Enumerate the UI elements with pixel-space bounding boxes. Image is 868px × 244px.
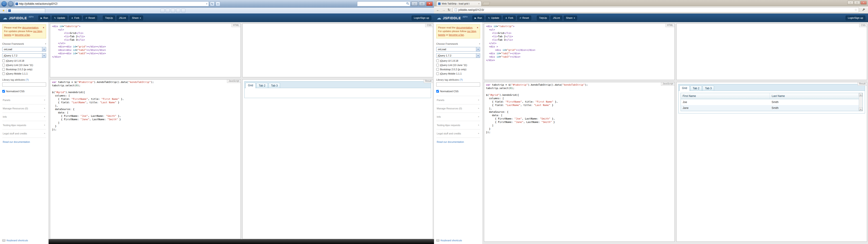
new-tab-button[interactable] bbox=[483, 2, 490, 5]
update-button[interactable]: ↻Update bbox=[486, 16, 501, 20]
jslint-button[interactable]: JSLint bbox=[551, 16, 562, 20]
favorites-star-icon[interactable]: ★ bbox=[2, 9, 5, 12]
home-icon[interactable] bbox=[160, 9, 164, 12]
search-input[interactable] bbox=[358, 2, 405, 5]
choose-framework-header[interactable]: Choose Framework▾ bbox=[436, 42, 480, 45]
jsfiddle-logo[interactable]: JSFIDDLE bbox=[443, 16, 461, 20]
grid-scrollbar[interactable]: ▲ ▼ bbox=[859, 93, 863, 111]
vertical-splitter[interactable] bbox=[241, 79, 242, 239]
keyboard-shortcuts-link[interactable]: Keyboard shortcuts bbox=[6, 239, 28, 242]
tab-close-icon[interactable]: × bbox=[478, 2, 480, 5]
library-tag-attributes-input[interactable] bbox=[2, 83, 46, 87]
checkbox[interactable] bbox=[436, 90, 439, 93]
checkbox[interactable] bbox=[2, 59, 5, 62]
checkbox[interactable] bbox=[436, 64, 439, 66]
library-bootstrap-checkbox[interactable]: Bootstrap 2.0.2 (js only) bbox=[2, 68, 46, 71]
page-icon[interactable] bbox=[455, 8, 457, 11]
page-menu-icon[interactable] bbox=[176, 9, 180, 12]
result-tab-3[interactable]: Tab 3 bbox=[269, 83, 280, 88]
checkbox[interactable] bbox=[436, 72, 439, 75]
url-input[interactable] bbox=[19, 2, 205, 5]
update-button[interactable]: ↻Update bbox=[52, 16, 67, 20]
url-input[interactable] bbox=[458, 8, 853, 11]
minimize-button[interactable]: – bbox=[411, 2, 418, 6]
choose-framework-header[interactable]: Choose Framework▾ bbox=[2, 42, 46, 45]
grid-header-first-name[interactable]: First Name bbox=[681, 93, 770, 99]
tweets-link[interactable]: tweets bbox=[438, 33, 445, 36]
blog-link[interactable]: our blog bbox=[33, 30, 42, 33]
close-button[interactable]: × bbox=[426, 2, 433, 6]
library-jquery-lint-checkbox[interactable]: jQuery Lint (13 June '11) bbox=[436, 64, 480, 66]
result-tab-3[interactable]: Tab 3 bbox=[703, 86, 714, 91]
keyboard-shortcuts-link[interactable]: Keyboard shortcuts bbox=[440, 239, 462, 242]
run-button[interactable]: ▶Run bbox=[38, 16, 51, 20]
onload-select[interactable]: onLoad▾ bbox=[2, 47, 46, 52]
help-link[interactable]: (?) bbox=[26, 79, 29, 81]
result-tab-2[interactable]: Tab 2 bbox=[690, 86, 702, 91]
checkbox[interactable] bbox=[2, 90, 5, 93]
onload-select[interactable]: onLoad▾ bbox=[436, 47, 480, 52]
library-tag-attributes-input[interactable] bbox=[436, 83, 480, 87]
horizontal-splitter[interactable] bbox=[484, 80, 867, 82]
js-editor[interactable]: var tabstrip = $("#tabstrip").kendoTabSt… bbox=[50, 80, 241, 239]
fan-link[interactable]: become a fan bbox=[15, 33, 30, 36]
fan-link[interactable]: become a fan bbox=[449, 33, 464, 36]
blog-link[interactable]: our blog bbox=[467, 30, 476, 33]
share-button[interactable]: Share▾ bbox=[564, 16, 577, 20]
reset-button[interactable]: ↺Reset bbox=[517, 16, 531, 20]
close-button[interactable]: × bbox=[861, 1, 867, 4]
checkbox[interactable] bbox=[436, 68, 439, 71]
vertical-splitter[interactable] bbox=[241, 24, 242, 77]
sidebar-section-manage-resources[interactable]: Manage Resources (0)► bbox=[2, 104, 46, 113]
login-button[interactable]: Login/Sign up bbox=[846, 16, 865, 20]
tweets-link[interactable]: tweets bbox=[4, 33, 11, 36]
library-jquery-ui-checkbox[interactable]: jQuery UI 1.8.18 bbox=[2, 59, 46, 62]
wrench-menu-icon[interactable] bbox=[861, 8, 866, 12]
html-editor[interactable]: <div id="tabstrip"> <ul> <li>Grid</li> <… bbox=[50, 24, 241, 77]
fork-button[interactable]: ⋔Fork bbox=[69, 16, 81, 20]
framework-select[interactable]: jQuery 1.7.2▾ bbox=[2, 53, 46, 58]
library-jquery-ui-checkbox[interactable]: jQuery UI 1.8.18 bbox=[436, 59, 480, 62]
css-editor[interactable] bbox=[243, 24, 433, 77]
sidebar-section-ajax[interactable]: Testing Ajax requests► bbox=[436, 121, 480, 129]
back-button[interactable]: ← bbox=[436, 8, 440, 12]
jslint-button[interactable]: JSLint bbox=[117, 16, 128, 20]
jsfiddle-logo[interactable]: JSFIDDLE bbox=[9, 16, 27, 20]
vertical-splitter[interactable] bbox=[675, 82, 676, 242]
run-button[interactable]: ▶Run bbox=[472, 16, 485, 20]
library-jquery-mobile-checkbox[interactable]: jQuery Mobile 1.1.1 bbox=[2, 72, 46, 75]
horizontal-splitter[interactable] bbox=[50, 77, 433, 79]
sidebar-section-legal[interactable]: Legal stuff and credits► bbox=[436, 129, 480, 138]
sidebar-section-manage-resources[interactable]: Manage Resources (0)► bbox=[436, 104, 480, 113]
tidyup-button[interactable]: TidyUp bbox=[103, 16, 115, 20]
print-icon[interactable] bbox=[171, 9, 175, 12]
result-tab-grid[interactable]: Grid bbox=[680, 85, 690, 91]
checkbox[interactable] bbox=[2, 68, 5, 71]
scroll-down-icon[interactable]: ▼ bbox=[859, 108, 863, 111]
feeds-icon[interactable] bbox=[166, 9, 170, 12]
html-editor[interactable]: <div id="tabstrip"> <ul> <li>Grid</li> <… bbox=[484, 24, 675, 80]
grid-header-last-name[interactable]: Last Name bbox=[770, 93, 859, 99]
help-link[interactable]: (?) bbox=[460, 79, 463, 81]
read-documentation-link[interactable]: Read our documentation bbox=[2, 138, 46, 146]
login-button[interactable]: Login/Sign up bbox=[412, 16, 431, 20]
checkbox[interactable] bbox=[2, 64, 5, 66]
address-dropdown-icon[interactable]: ▾ bbox=[206, 3, 208, 5]
maximize-button[interactable]: □ bbox=[854, 1, 860, 4]
library-jquery-lint-checkbox[interactable]: jQuery Lint (13 June '11) bbox=[2, 64, 46, 66]
framework-select[interactable]: jQuery 1.7.2▾ bbox=[436, 53, 480, 58]
documentation-link[interactable]: documentation bbox=[456, 26, 472, 29]
back-button[interactable]: ← bbox=[1, 1, 7, 6]
checkbox[interactable] bbox=[2, 72, 5, 75]
tools-icon[interactable] bbox=[181, 9, 185, 12]
vertical-splitter[interactable] bbox=[675, 24, 676, 80]
read-documentation-link[interactable]: Read our documentation bbox=[436, 138, 480, 146]
sidebar-section-legal[interactable]: Legal stuff and credits► bbox=[2, 129, 46, 138]
search-icon[interactable] bbox=[406, 2, 409, 6]
result-tab-2[interactable]: Tab 2 bbox=[256, 83, 268, 88]
tidyup-button[interactable]: TidyUp bbox=[537, 16, 549, 20]
maximize-button[interactable]: □ bbox=[419, 2, 425, 6]
fork-button[interactable]: ⋔Fork bbox=[503, 16, 515, 20]
browser-tab[interactable]: Web TabStrip - load grid i × bbox=[436, 1, 482, 6]
normalized-css-checkbox[interactable]: Normalized CSS bbox=[436, 90, 480, 93]
